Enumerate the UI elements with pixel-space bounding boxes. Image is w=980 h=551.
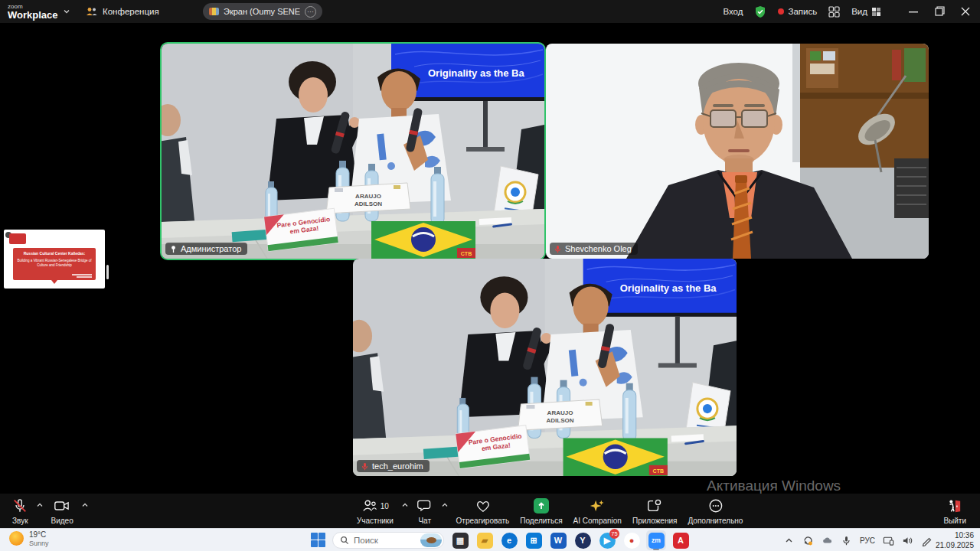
notification-badge: 75 bbox=[609, 529, 619, 539]
tab-screen-share[interactable]: Экран (Oumy SENE) ··· bbox=[203, 3, 322, 20]
chat-button[interactable]: Чат bbox=[413, 496, 436, 525]
acrobat-icon[interactable]: A bbox=[671, 530, 691, 550]
search-daily-image bbox=[420, 533, 442, 547]
store-icon[interactable]: ⊞ bbox=[524, 530, 544, 550]
apps-button[interactable]: Приложения bbox=[629, 496, 681, 525]
tab-more-icon[interactable]: ··· bbox=[305, 6, 316, 18]
screen-title-text: Originality as the Ba bbox=[428, 67, 524, 79]
security-shield-icon[interactable] bbox=[754, 5, 766, 18]
tray-chevron-icon[interactable] bbox=[783, 535, 795, 546]
video-button[interactable]: Видео bbox=[48, 496, 77, 525]
screen-share-thumb-icon bbox=[209, 8, 219, 15]
tab-screen-label: Экран (Oumy SENE) bbox=[224, 7, 300, 16]
share-icon bbox=[534, 498, 549, 514]
svg-text:CTB: CTB bbox=[653, 468, 664, 474]
sun-icon bbox=[9, 531, 24, 546]
cast-monitor-icon[interactable] bbox=[883, 535, 894, 546]
recording-indicator[interactable]: Запись bbox=[778, 7, 817, 16]
tab-conference-label: Конференция bbox=[103, 7, 159, 16]
participant-name-badge: Администратор bbox=[165, 243, 247, 255]
windows-taskbar: 19°C Sunny Поиск ▦ ▰ e ⊞ W Y ▶75 ● zm A bbox=[0, 528, 980, 551]
widgets-icon[interactable]: ▦ bbox=[450, 530, 470, 550]
chat-chevron[interactable] bbox=[441, 496, 449, 525]
weather-desc: Sunny bbox=[29, 540, 49, 547]
leave-button[interactable]: Выйти bbox=[940, 496, 969, 525]
microphone-icon[interactable] bbox=[841, 535, 852, 546]
react-button[interactable]: Отреагировать bbox=[453, 496, 513, 525]
gallery-view-icon[interactable] bbox=[828, 6, 840, 18]
record-dot-icon bbox=[778, 8, 784, 15]
yandex-icon[interactable]: Y bbox=[573, 530, 593, 550]
weather-widget[interactable]: 19°C Sunny bbox=[9, 530, 49, 547]
speaker-icon[interactable] bbox=[902, 535, 913, 546]
zoom-icon[interactable]: zm bbox=[646, 530, 666, 550]
pen-icon[interactable] bbox=[921, 535, 933, 546]
login-button[interactable]: Вход bbox=[723, 7, 743, 16]
participants-chevron[interactable] bbox=[401, 496, 409, 525]
brazil-flag: CTB bbox=[564, 438, 668, 476]
telegram-icon[interactable]: ▶75 bbox=[597, 530, 617, 550]
browser-icon[interactable]: ● bbox=[622, 530, 642, 550]
taskbar-apps: ▦ ▰ e ⊞ W Y ▶75 ● zm A bbox=[450, 530, 691, 550]
zoom-titlebar: zoom Workplace Конференция Экран (Oumy S… bbox=[0, 0, 980, 23]
participant-name-badge: tech_eurohim bbox=[357, 460, 430, 472]
sparkle-icon bbox=[589, 498, 606, 514]
search-box[interactable]: Поиск bbox=[332, 532, 444, 549]
minimize-icon[interactable] bbox=[903, 4, 923, 19]
participants-button[interactable]: 10 Участники bbox=[354, 496, 397, 525]
slide-subtitle: Building a Vibrant Russian-Senegalese Br… bbox=[16, 259, 93, 269]
svg-text:ARAUJO: ARAUJO bbox=[547, 409, 573, 416]
zoom-toolbar: Звук Видео bbox=[0, 494, 980, 528]
tab-conference[interactable]: Конференция bbox=[86, 0, 159, 23]
video-tile-tech-eurohim[interactable]: Originality as the Ba bbox=[353, 259, 737, 476]
audio-options-chevron[interactable] bbox=[36, 496, 44, 525]
word-icon[interactable]: W bbox=[548, 530, 568, 550]
conference-room-video: Originality as the Ba bbox=[162, 44, 544, 259]
sync-icon[interactable] bbox=[802, 535, 814, 546]
date: 21.09.2025 bbox=[936, 541, 974, 551]
zoom-workplace-menu[interactable]: zoom Workplace bbox=[8, 4, 70, 20]
system-tray: РУС bbox=[783, 529, 933, 551]
start-button[interactable] bbox=[311, 533, 326, 548]
video-tile-administrator[interactable]: Originality as the Ba bbox=[162, 44, 544, 259]
ai-companion-button[interactable]: AI Companion bbox=[570, 496, 625, 525]
onedrive-cloud-icon[interactable] bbox=[822, 535, 833, 546]
slide-pointer bbox=[51, 280, 57, 284]
exit-door-icon bbox=[946, 498, 963, 514]
apps-icon bbox=[646, 498, 663, 514]
language-indicator[interactable]: РУС bbox=[860, 536, 875, 545]
view-button[interactable]: Вид bbox=[851, 7, 881, 17]
video-tile-shevchenko[interactable]: Shevchenko Oleg bbox=[546, 44, 929, 259]
participants-icon bbox=[361, 498, 378, 514]
close-icon[interactable] bbox=[956, 4, 975, 19]
ellipsis-icon bbox=[707, 498, 724, 514]
audio-button[interactable]: Звук bbox=[9, 496, 31, 525]
screen-title-text: Originality as the Ba bbox=[620, 282, 717, 294]
more-button[interactable]: Дополнительно bbox=[684, 496, 746, 525]
nameplate: ARAUJO ADILSON bbox=[518, 399, 602, 430]
office-video bbox=[546, 44, 929, 259]
camera-icon bbox=[54, 498, 70, 514]
participant-name: tech_eurohim bbox=[372, 461, 423, 471]
svg-text:CTB: CTB bbox=[461, 251, 472, 256]
weather-temp: 19°C bbox=[29, 530, 49, 540]
panel-scroll-handle[interactable] bbox=[106, 265, 109, 279]
search-icon bbox=[340, 536, 349, 545]
video-options-chevron[interactable] bbox=[81, 496, 89, 525]
restore-icon[interactable] bbox=[929, 4, 949, 19]
participant-name-badge: Shevchenko Oleg bbox=[550, 243, 638, 255]
muted-mic-icon bbox=[12, 498, 28, 514]
brazil-flag: CTB bbox=[371, 221, 475, 259]
view-label: Вид bbox=[851, 7, 867, 16]
muted-mic-icon bbox=[554, 245, 562, 253]
taskbar-clock[interactable]: 10:36 21.09.2025 bbox=[936, 531, 974, 550]
chevron-down-icon bbox=[63, 8, 70, 15]
share-screen-button[interactable]: Поделиться bbox=[517, 496, 565, 525]
conference-room-video: Originality as the Ba bbox=[353, 259, 737, 476]
meeting-area: Originality as the Ba bbox=[0, 23, 980, 494]
participant-name: Администратор bbox=[181, 244, 241, 253]
slide-thumbnail[interactable]: Russian Cultural Center Kalledas: Buildi… bbox=[4, 230, 105, 289]
record-label: Запись bbox=[788, 7, 817, 16]
edge-icon[interactable]: e bbox=[499, 530, 519, 550]
file-explorer-icon[interactable]: ▰ bbox=[475, 530, 495, 550]
